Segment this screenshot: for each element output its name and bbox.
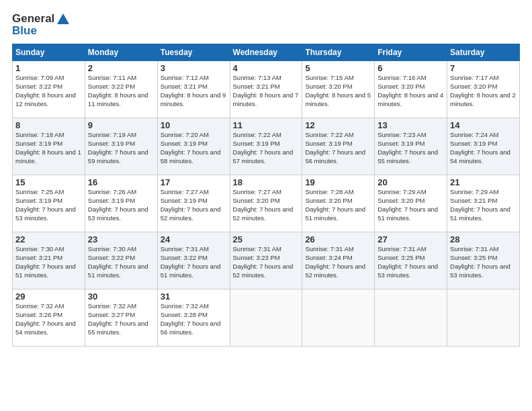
sunset-text: Sunset: 3:22 PM	[161, 254, 208, 261]
sunset-text: Sunset: 3:23 PM	[233, 254, 280, 261]
table-row: 11 Sunrise: 7:22 AM Sunset: 3:19 PM Dayl…	[230, 118, 302, 175]
col-monday: Monday	[85, 44, 157, 61]
sunrise-text: Sunrise: 7:15 AM	[305, 74, 353, 81]
table-row: 9 Sunrise: 7:19 AM Sunset: 3:19 PM Dayli…	[85, 118, 157, 175]
table-row: 7 Sunrise: 7:17 AM Sunset: 3:20 PM Dayli…	[447, 61, 520, 118]
col-tuesday: Tuesday	[157, 44, 230, 61]
day-number: 19	[305, 177, 371, 187]
table-row: 16 Sunrise: 7:26 AM Sunset: 3:19 PM Dayl…	[85, 175, 157, 232]
col-saturday: Saturday	[447, 44, 520, 61]
logo-blue: Blue	[12, 24, 70, 38]
sunrise-text: Sunrise: 7:24 AM	[450, 131, 498, 138]
table-row: 24 Sunrise: 7:31 AM Sunset: 3:22 PM Dayl…	[157, 232, 230, 289]
daylight-text: Daylight: 7 hours and 57 minutes.	[233, 148, 294, 165]
daylight-text: Daylight: 7 hours and 52 minutes.	[233, 205, 294, 222]
sunrise-text: Sunrise: 7:31 AM	[161, 245, 209, 253]
day-number: 31	[161, 291, 227, 302]
day-number: 20	[378, 177, 444, 187]
day-number: 5	[305, 63, 371, 73]
table-row: 28 Sunrise: 7:31 AM Sunset: 3:25 PM Dayl…	[447, 232, 520, 289]
day-number: 13	[378, 120, 444, 130]
sunset-text: Sunset: 3:20 PM	[450, 83, 497, 90]
sunset-text: Sunset: 3:19 PM	[233, 140, 280, 147]
day-info: Sunrise: 7:27 AM Sunset: 3:19 PM Dayligh…	[161, 188, 227, 222]
day-number: 14	[450, 120, 517, 130]
day-info: Sunrise: 7:09 AM Sunset: 3:22 PM Dayligh…	[15, 74, 82, 108]
day-info: Sunrise: 7:11 AM Sunset: 3:22 PM Dayligh…	[88, 74, 154, 108]
day-number: 18	[233, 177, 300, 187]
table-row: 1 Sunrise: 7:09 AM Sunset: 3:22 PM Dayli…	[13, 61, 85, 118]
day-info: Sunrise: 7:13 AM Sunset: 3:21 PM Dayligh…	[233, 74, 300, 108]
sunset-text: Sunset: 3:27 PM	[88, 311, 135, 318]
daylight-text: Daylight: 8 hours and 5 minutes.	[305, 91, 371, 107]
header: General Blue	[12, 12, 520, 37]
daylight-text: Daylight: 7 hours and 58 minutes.	[161, 148, 221, 165]
sunrise-text: Sunrise: 7:31 AM	[305, 245, 353, 253]
day-number: 22	[15, 234, 82, 244]
day-info: Sunrise: 7:31 AM Sunset: 3:22 PM Dayligh…	[161, 245, 227, 279]
sunset-text: Sunset: 3:20 PM	[378, 83, 425, 90]
day-number: 10	[161, 120, 227, 130]
daylight-text: Daylight: 7 hours and 52 minutes.	[233, 263, 294, 279]
day-info: Sunrise: 7:32 AM Sunset: 3:28 PM Dayligh…	[161, 302, 227, 336]
day-info: Sunrise: 7:32 AM Sunset: 3:27 PM Dayligh…	[88, 302, 154, 336]
sunrise-text: Sunrise: 7:22 AM	[305, 131, 353, 138]
daylight-text: Daylight: 7 hours and 56 minutes.	[305, 148, 365, 165]
col-sunday: Sunday	[13, 44, 85, 61]
table-row: 10 Sunrise: 7:20 AM Sunset: 3:19 PM Dayl…	[157, 118, 230, 175]
calendar-week-row: 1 Sunrise: 7:09 AM Sunset: 3:22 PM Dayli…	[13, 61, 520, 118]
sunrise-text: Sunrise: 7:27 AM	[233, 188, 281, 195]
page: General Blue Sunday Monday Tuesday Wedne…	[0, 0, 532, 411]
col-friday: Friday	[375, 44, 447, 61]
day-info: Sunrise: 7:31 AM Sunset: 3:23 PM Dayligh…	[233, 245, 300, 279]
day-info: Sunrise: 7:16 AM Sunset: 3:20 PM Dayligh…	[378, 74, 444, 108]
table-row: 5 Sunrise: 7:15 AM Sunset: 3:20 PM Dayli…	[302, 61, 375, 118]
col-thursday: Thursday	[302, 44, 375, 61]
sunset-text: Sunset: 3:20 PM	[305, 197, 352, 204]
daylight-text: Daylight: 7 hours and 53 minutes.	[88, 205, 148, 222]
sunrise-text: Sunrise: 7:18 AM	[15, 131, 64, 138]
sunrise-text: Sunrise: 7:12 AM	[161, 74, 209, 81]
day-info: Sunrise: 7:31 AM Sunset: 3:24 PM Dayligh…	[305, 245, 371, 279]
table-row	[375, 289, 447, 347]
table-row: 8 Sunrise: 7:18 AM Sunset: 3:19 PM Dayli…	[13, 118, 85, 175]
day-info: Sunrise: 7:29 AM Sunset: 3:21 PM Dayligh…	[450, 188, 517, 222]
daylight-text: Daylight: 8 hours and 7 minutes.	[233, 91, 299, 107]
day-number: 28	[450, 234, 517, 244]
sunset-text: Sunset: 3:26 PM	[15, 311, 62, 318]
table-row: 15 Sunrise: 7:25 AM Sunset: 3:19 PM Dayl…	[13, 175, 85, 232]
day-number: 1	[15, 63, 82, 73]
daylight-text: Daylight: 7 hours and 54 minutes.	[450, 148, 511, 165]
calendar-week-row: 22 Sunrise: 7:30 AM Sunset: 3:21 PM Dayl…	[13, 232, 520, 289]
day-number: 25	[233, 234, 300, 244]
sunrise-text: Sunrise: 7:31 AM	[378, 245, 426, 253]
day-info: Sunrise: 7:22 AM Sunset: 3:19 PM Dayligh…	[305, 131, 371, 165]
day-info: Sunrise: 7:29 AM Sunset: 3:20 PM Dayligh…	[378, 188, 444, 222]
day-number: 30	[88, 291, 154, 302]
sunrise-text: Sunrise: 7:09 AM	[15, 74, 64, 81]
table-row: 25 Sunrise: 7:31 AM Sunset: 3:23 PM Dayl…	[230, 232, 302, 289]
sunset-text: Sunset: 3:22 PM	[15, 83, 62, 90]
sunrise-text: Sunrise: 7:20 AM	[161, 131, 209, 138]
calendar-week-row: 8 Sunrise: 7:18 AM Sunset: 3:19 PM Dayli…	[13, 118, 520, 175]
table-row: 23 Sunrise: 7:30 AM Sunset: 3:22 PM Dayl…	[85, 232, 157, 289]
daylight-text: Daylight: 7 hours and 52 minutes.	[305, 263, 365, 279]
sunset-text: Sunset: 3:20 PM	[233, 197, 280, 204]
daylight-text: Daylight: 7 hours and 55 minutes.	[378, 148, 438, 165]
sunrise-text: Sunrise: 7:29 AM	[378, 188, 426, 195]
table-row: 21 Sunrise: 7:29 AM Sunset: 3:21 PM Dayl…	[447, 175, 520, 232]
sunset-text: Sunset: 3:19 PM	[15, 197, 62, 204]
sunset-text: Sunset: 3:19 PM	[88, 197, 135, 204]
logo-arrow-icon	[56, 13, 70, 25]
sunset-text: Sunset: 3:20 PM	[305, 83, 352, 90]
day-number: 24	[161, 234, 227, 244]
sunset-text: Sunset: 3:20 PM	[378, 197, 425, 204]
daylight-text: Daylight: 7 hours and 51 minutes.	[305, 205, 365, 222]
daylight-text: Daylight: 8 hours and 1 minute.	[15, 148, 81, 165]
day-info: Sunrise: 7:26 AM Sunset: 3:19 PM Dayligh…	[88, 188, 154, 222]
daylight-text: Daylight: 7 hours and 51 minutes.	[161, 263, 221, 279]
calendar-table: Sunday Monday Tuesday Wednesday Thursday…	[12, 44, 520, 347]
sunset-text: Sunset: 3:28 PM	[161, 311, 208, 318]
daylight-text: Daylight: 7 hours and 53 minutes.	[15, 205, 76, 222]
table-row: 31 Sunrise: 7:32 AM Sunset: 3:28 PM Dayl…	[157, 289, 230, 347]
